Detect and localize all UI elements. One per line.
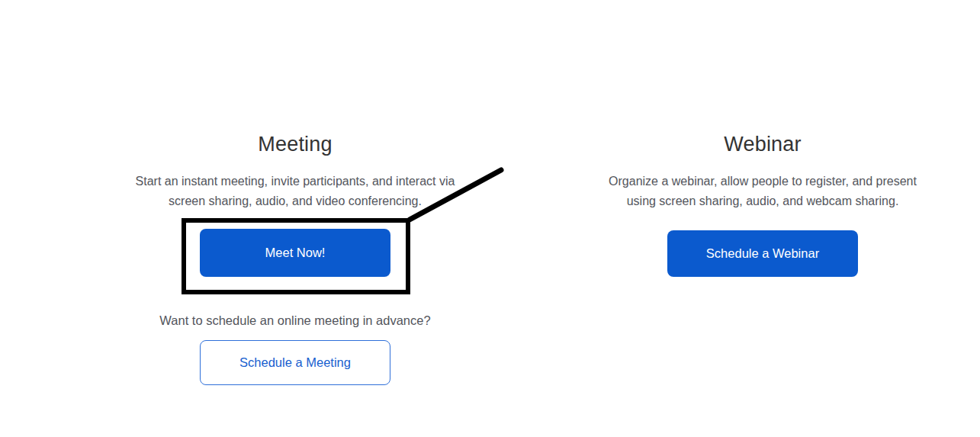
webinar-title: Webinar — [572, 130, 953, 159]
meeting-description-line-1: Start an instant meeting, invite partici… — [136, 175, 455, 188]
schedule-meeting-prompt: Want to schedule an online meeting in ad… — [104, 313, 486, 328]
schedule-webinar-button[interactable]: Schedule a Webinar — [667, 230, 858, 277]
meet-now-button[interactable]: Meet Now! — [200, 229, 390, 277]
page: Meeting Start an instant meeting, invite… — [0, 0, 980, 437]
meeting-description-line-2: screen sharing, audio, and video confere… — [169, 194, 422, 207]
schedule-meeting-button[interactable]: Schedule a Meeting — [200, 340, 390, 385]
meeting-title: Meeting — [104, 130, 486, 159]
webinar-section: Webinar Organize a webinar, allow people… — [572, 130, 953, 277]
webinar-description-line-2: using screen sharing, audio, and webcam … — [627, 194, 899, 207]
webinar-description: Organize a webinar, allow people to regi… — [572, 172, 953, 211]
meeting-section: Meeting Start an instant meeting, invite… — [104, 130, 486, 385]
webinar-description-line-1: Organize a webinar, allow people to regi… — [609, 175, 917, 188]
meeting-description: Start an instant meeting, invite partici… — [104, 172, 486, 211]
